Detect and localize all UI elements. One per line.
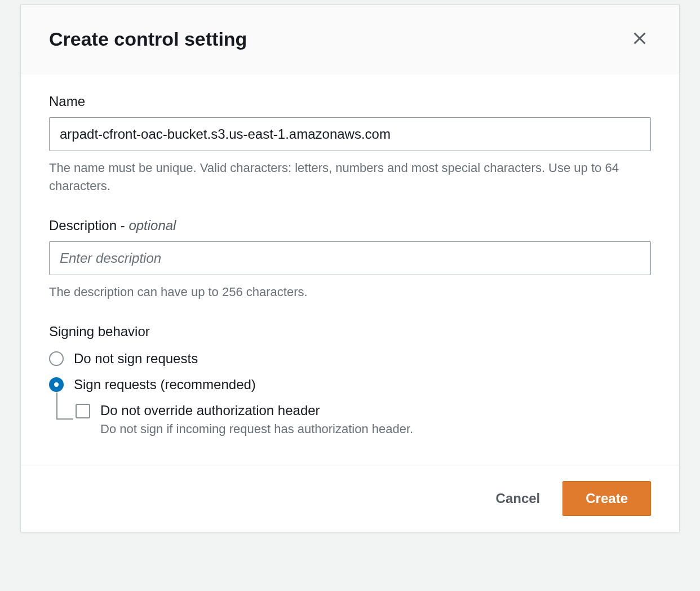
radio-icon [49,351,64,366]
description-label: Description - optional [49,218,651,233]
radio-do-not-sign[interactable]: Do not sign requests [49,351,651,367]
modal-title: Create control setting [49,28,247,50]
create-control-setting-modal: Create control setting Name The name mus… [20,5,680,532]
radio-sign-requests-label: Sign requests (recommended) [74,377,256,392]
signing-behavior-label: Signing behavior [49,324,651,339]
override-help-text: Do not sign if incoming request has auth… [100,422,413,436]
description-label-text: Description - [49,218,129,233]
signing-behavior-group: Signing behavior Do not sign requests Si… [49,324,651,436]
modal-footer: Cancel Create [21,465,679,532]
modal-body: Name The name must be unique. Valid char… [21,73,679,465]
cancel-button[interactable]: Cancel [491,484,545,513]
tree-connector-icon [56,392,73,420]
radio-icon-selected [49,377,64,392]
override-label: Do not override authorization header [100,403,413,418]
optional-tag: optional [129,218,176,233]
name-input[interactable] [49,117,651,151]
name-help-text: The name must be unique. Valid character… [49,159,651,195]
close-button[interactable] [628,28,651,50]
description-input[interactable] [49,241,651,275]
override-checkbox-row[interactable]: Do not override authorization header Do … [76,403,651,436]
name-field-group: Name The name must be unique. Valid char… [49,94,651,195]
description-field-group: Description - optional The description c… [49,218,651,301]
override-nested-block: Do not override authorization header Do … [56,403,651,436]
checkbox-icon [76,404,90,418]
close-icon [632,30,648,48]
radio-sign-requests[interactable]: Sign requests (recommended) [49,377,651,392]
description-help-text: The description can have up to 256 chara… [49,283,651,301]
modal-header: Create control setting [21,5,679,73]
create-button[interactable]: Create [562,481,651,516]
name-label: Name [49,94,651,109]
radio-do-not-sign-label: Do not sign requests [74,351,198,367]
override-content: Do not override authorization header Do … [100,403,413,436]
